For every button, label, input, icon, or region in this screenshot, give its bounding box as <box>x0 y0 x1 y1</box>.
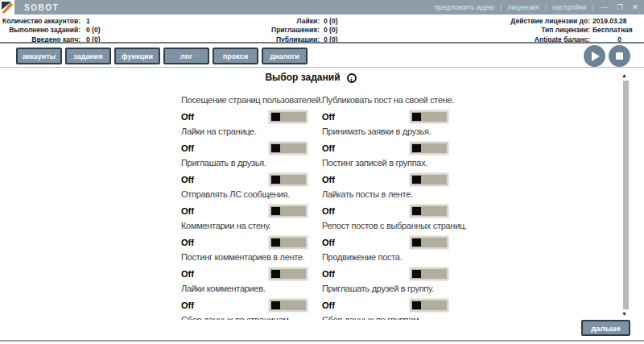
menu-separator: | <box>545 3 547 11</box>
stat-label: Количество аккаунтов: <box>0 17 80 25</box>
maximize-icon[interactable]: ❐ <box>615 3 625 11</box>
stats-separator <box>0 42 644 44</box>
toggle-switch[interactable] <box>410 299 448 312</box>
task-label: Лайкать посты в ленте. <box>322 189 448 199</box>
titlebar-menu: предложить идею | лицензия | настройки |… <box>434 0 640 15</box>
toggle-row: Off <box>322 267 448 280</box>
toggle-row: Off <box>181 236 308 249</box>
stat-label: Выполнено заданий: <box>0 26 80 34</box>
toggle-state-label: Off <box>322 206 335 216</box>
menu-license[interactable]: лицензия <box>507 3 539 11</box>
stat-label: Лайки: <box>161 17 320 25</box>
toggle-switch[interactable] <box>410 236 448 249</box>
tab-functions[interactable]: функции <box>114 48 160 64</box>
app-title: SOBOT <box>24 3 59 12</box>
toggle-state-label: Off <box>181 300 194 310</box>
stat-value: 2019.03.28 <box>592 17 621 25</box>
toggle-state-label: Off <box>181 143 194 153</box>
toggle-state-label: Off <box>181 175 194 184</box>
toggle-knob <box>412 144 421 152</box>
task-column-right: Публиковать пост на своей стене. Off При… <box>322 95 448 320</box>
tab-dialogs[interactable]: диалоги <box>262 48 308 64</box>
toggle-row: Off <box>181 205 308 218</box>
toggle-switch[interactable] <box>410 267 448 280</box>
task-row: Отправлять ЛС сообщения. Off <box>181 189 308 221</box>
window-bottom-border <box>0 340 644 342</box>
toggle-switch[interactable] <box>410 110 448 123</box>
stop-button[interactable] <box>609 45 630 67</box>
start-button[interactable] <box>584 45 605 67</box>
stat-row: Лайки: 0 (0) <box>161 16 337 26</box>
toggle-knob <box>271 176 280 184</box>
task-label: Принимать заявки в друзья. <box>322 126 448 136</box>
toggle-switch[interactable] <box>269 173 308 186</box>
toggle-state-label: Off <box>322 269 335 279</box>
toggle-switch[interactable] <box>410 205 448 218</box>
toggle-row: Off <box>181 142 308 155</box>
toggle-switch[interactable] <box>269 205 308 218</box>
stat-row: Тип лицензии: Бесплатная <box>451 26 621 35</box>
next-button[interactable]: дальше <box>581 320 630 336</box>
stat-value: 1 <box>86 17 90 25</box>
menu-settings[interactable]: настройки <box>552 3 587 11</box>
scroll-down-icon[interactable]: ▼ <box>621 311 627 317</box>
task-row: Продвижение поста. Off <box>322 252 448 284</box>
task-label: Лайки комментариев. <box>181 284 308 293</box>
toggle-row: Off <box>322 142 448 155</box>
task-row: Приглашать в друзья. Off <box>181 158 308 189</box>
toggle-row: Off <box>181 173 308 186</box>
toggle-switch[interactable] <box>269 142 308 155</box>
toggle-knob <box>412 113 421 121</box>
menu-suggest-idea[interactable]: предложить идею <box>434 3 494 11</box>
close-icon[interactable]: ✕ <box>630 3 640 11</box>
task-row: Репост постов с выбранных страниц. Off <box>322 221 448 252</box>
task-label-clipped: Сбор данных по страницам. <box>181 315 308 320</box>
play-icon <box>592 52 600 61</box>
toggle-knob <box>412 238 421 247</box>
info-icon[interactable]: i <box>347 73 357 83</box>
tab-accounts[interactable]: аккаунты <box>16 48 62 64</box>
stat-value: 0 (0) <box>324 17 337 25</box>
toggle-state-label: Off <box>322 238 335 247</box>
stop-icon <box>616 52 623 60</box>
toggle-state-label: Off <box>322 175 335 184</box>
scrollbar-thumb[interactable] <box>623 81 629 309</box>
toggle-row: Off <box>322 173 448 186</box>
stat-value: 0 (0) <box>86 26 100 34</box>
toggle-state-label: Off <box>181 269 194 279</box>
toggle-state-label: Off <box>322 300 335 310</box>
task-row: Комментарии на стену. Off <box>181 221 308 252</box>
stat-row: Приглашения: 0 (0) <box>161 26 337 35</box>
tab-tasks[interactable]: задания <box>65 48 111 64</box>
tab-log[interactable]: лог <box>163 48 209 64</box>
task-column-left: Посещение страниц пользователей. Off Лай… <box>181 95 308 320</box>
toggle-switch[interactable] <box>269 110 308 123</box>
tab-proxy[interactable]: прокси <box>213 48 258 64</box>
toggle-knob <box>412 270 421 278</box>
task-label: Лайки на странице. <box>181 126 308 136</box>
task-row: Принимать заявки в друзья. Off <box>322 126 448 158</box>
toggle-switch[interactable] <box>269 299 308 312</box>
stat-value: 0 (0) <box>324 26 337 34</box>
stats-license-group: Действие лицензии до: 2019.03.28 Тип лиц… <box>451 16 621 44</box>
task-label: Продвижение поста. <box>322 252 448 262</box>
task-row: Публиковать пост на своей стене. Off <box>322 95 448 126</box>
toolbar-separator <box>0 67 644 68</box>
toggle-state-label: Off <box>181 112 194 122</box>
task-row: Лайки на странице. Off <box>181 126 308 158</box>
toggle-row: Off <box>181 110 308 123</box>
task-row: Приглашать друзей в группу. Off <box>322 284 448 315</box>
toggle-state-label: Off <box>181 238 194 247</box>
toggle-switch[interactable] <box>410 142 448 155</box>
toggle-state-label: Off <box>322 112 335 122</box>
task-label: Отправлять ЛС сообщения. <box>181 189 308 199</box>
toggle-switch[interactable] <box>269 267 308 280</box>
minimize-icon[interactable]: — <box>600 3 609 11</box>
task-label: Комментарии на стену. <box>181 221 308 230</box>
task-label: Репост постов с выбранных страниц. <box>322 221 448 230</box>
toggle-switch[interactable] <box>269 236 308 249</box>
toggle-row: Off <box>322 110 448 123</box>
toggle-knob <box>271 301 280 309</box>
toggle-switch[interactable] <box>410 173 448 186</box>
scroll-up-icon[interactable]: ▲ <box>621 73 627 78</box>
